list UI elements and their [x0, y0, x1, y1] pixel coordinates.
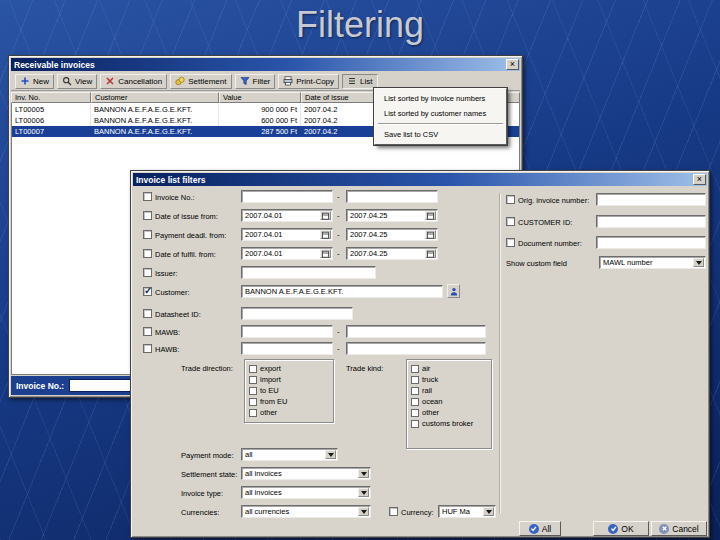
trade-kind-option-ocean[interactable]: ocean — [409, 396, 489, 407]
invoice-no-checkbox[interactable] — [143, 192, 152, 201]
calendar-icon[interactable] — [425, 249, 436, 258]
hawb-checkbox[interactable] — [143, 344, 152, 353]
chevron-down-icon[interactable] — [325, 450, 336, 459]
date-of-issue-to-input[interactable]: 2007.04.25 — [346, 209, 438, 222]
cancel-button[interactable]: Cancel — [651, 521, 707, 536]
checkbox-icon[interactable] — [411, 365, 419, 373]
menu-item-sorted-by-invoice[interactable]: List sorted by invoice numbers — [377, 91, 504, 106]
custom-field-select[interactable]: MAWL number — [599, 256, 706, 269]
calendar-icon[interactable] — [425, 230, 436, 239]
trade-kind-option-rail[interactable]: rail — [409, 385, 489, 396]
date-of-issue-checkbox[interactable] — [143, 211, 152, 220]
trade-kind-option-customs-broker[interactable]: customs broker — [409, 418, 489, 429]
checkbox-icon[interactable] — [411, 398, 419, 406]
close-icon[interactable] — [693, 174, 706, 185]
trade-kind-label: Trade kind: — [346, 364, 383, 373]
orig-invoice-input[interactable] — [596, 193, 706, 206]
payment-deadline-label: Payment deadl. from: — [155, 231, 226, 240]
fulfilment-from-input[interactable]: 2007.04.01 — [241, 247, 333, 260]
checkbox-icon[interactable] — [249, 398, 257, 406]
datasheet-checkbox[interactable] — [143, 309, 152, 318]
checkbox-icon[interactable] — [411, 420, 419, 428]
date-of-issue-from-input[interactable]: 2007.04.01 — [241, 209, 333, 222]
checkbox-icon[interactable] — [249, 387, 257, 395]
hawb-to-input[interactable] — [346, 342, 486, 355]
trade-direction-option-export[interactable]: export — [247, 363, 331, 374]
issuer-input[interactable] — [241, 266, 376, 279]
calendar-icon[interactable] — [320, 249, 331, 258]
range-dash: - — [337, 327, 340, 336]
mawb-checkbox[interactable] — [143, 327, 152, 336]
payment-mode-select[interactable]: all — [241, 448, 338, 461]
filter-button[interactable]: Filter — [235, 74, 276, 89]
date-value: 2007.04.01 — [245, 211, 283, 220]
checkbox-icon[interactable] — [411, 387, 419, 395]
checkbox-icon[interactable] — [249, 376, 257, 384]
checkbox-icon[interactable] — [249, 365, 257, 373]
trade-kind-option-truck[interactable]: truck — [409, 374, 489, 385]
payment-deadline-to-input[interactable]: 2007.04.25 — [346, 228, 438, 241]
customer-id-checkbox[interactable] — [506, 217, 515, 226]
trade-kind-option-other[interactable]: other — [409, 407, 489, 418]
menu-item-sorted-by-customer[interactable]: List sorted by customer names — [377, 106, 504, 121]
mawb-to-input[interactable] — [346, 325, 486, 338]
customer-id-input[interactable] — [596, 215, 706, 228]
ok-button[interactable]: OK — [593, 521, 649, 536]
chevron-down-icon[interactable] — [358, 488, 369, 497]
chevron-down-icon[interactable] — [358, 469, 369, 478]
filters-dialog-title: Invoice list filters — [136, 175, 693, 185]
trade-kind-option-air[interactable]: air — [409, 363, 489, 374]
invoice-type-select[interactable]: all invoices — [241, 486, 371, 499]
column-header-value[interactable]: Value — [219, 92, 301, 103]
slide-background: Filtering Receivable invoices New View C… — [0, 0, 720, 540]
calendar-icon[interactable] — [425, 211, 436, 220]
chevron-down-icon[interactable] — [358, 507, 369, 516]
checkbox-icon[interactable] — [411, 409, 419, 417]
column-header-inv-no[interactable]: Inv. No. — [11, 92, 91, 103]
payment-deadline-from-input[interactable]: 2007.04.01 — [241, 228, 333, 241]
new-button[interactable]: New — [15, 74, 54, 89]
customer-input[interactable]: BANNON A.E.F.A.E.G.E.KFT. — [241, 285, 443, 298]
checkbox-icon[interactable] — [249, 409, 257, 417]
fulfilment-checkbox[interactable] — [143, 249, 152, 258]
customer-checkbox[interactable] — [143, 287, 152, 296]
invoice-no-to-input[interactable] — [346, 190, 438, 203]
calendar-icon[interactable] — [320, 211, 331, 220]
settlement-button[interactable]: Settlement — [170, 74, 231, 89]
cancellation-button[interactable]: Cancellation — [100, 74, 167, 89]
currency-select[interactable]: HUF Ma — [438, 505, 496, 518]
settlement-state-select[interactable]: all invoices — [241, 467, 371, 480]
mawb-from-input[interactable] — [241, 325, 333, 338]
issuer-checkbox[interactable] — [143, 268, 152, 277]
column-header-customer[interactable]: Customer — [91, 92, 219, 103]
customer-lookup-button[interactable] — [447, 284, 460, 298]
trade-direction-option-to-eu[interactable]: to EU — [247, 385, 331, 396]
slide-title: Filtering — [0, 4, 720, 46]
select-value: all invoices — [245, 488, 282, 497]
close-icon[interactable] — [506, 59, 519, 70]
datasheet-input[interactable] — [241, 307, 353, 320]
document-number-input[interactable] — [596, 236, 706, 249]
trade-direction-option-from-eu[interactable]: from EU — [247, 396, 331, 407]
cell-customer: BANNON A.E.F.A.E.G.E.KFT. — [91, 115, 219, 126]
view-button[interactable]: View — [57, 74, 97, 89]
calendar-icon[interactable] — [320, 230, 331, 239]
currency-checkbox[interactable] — [389, 507, 398, 516]
menu-item-save-csv[interactable]: Save list to CSV — [377, 127, 504, 142]
all-button[interactable]: All — [519, 521, 561, 536]
document-number-checkbox[interactable] — [506, 238, 515, 247]
checkbox-icon[interactable] — [411, 376, 419, 384]
trade-direction-option-other[interactable]: other — [247, 407, 331, 418]
list-button[interactable]: List — [342, 74, 377, 89]
chevron-down-icon[interactable] — [693, 258, 704, 267]
hawb-from-input[interactable] — [241, 342, 333, 355]
invoice-no-from-input[interactable] — [241, 190, 333, 203]
fulfilment-to-input[interactable]: 2007.04.25 — [346, 247, 438, 260]
currencies-select[interactable]: all currencies — [241, 505, 371, 518]
orig-invoice-checkbox[interactable] — [506, 195, 515, 204]
payment-deadline-checkbox[interactable] — [143, 230, 152, 239]
list-button-label: List — [360, 77, 372, 86]
print-copy-button[interactable]: Print-Copy — [278, 74, 339, 89]
trade-direction-option-import[interactable]: import — [247, 374, 331, 385]
chevron-down-icon[interactable] — [483, 507, 494, 516]
